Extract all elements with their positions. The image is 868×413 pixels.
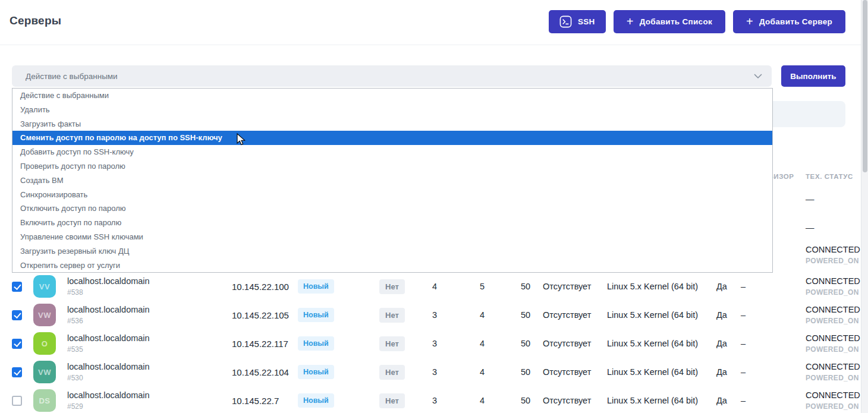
bulk-action-select[interactable]: Действие с выбранными (12, 65, 772, 87)
status-text: CONNECTED (806, 245, 860, 254)
server-name[interactable]: localhost.localdomain (67, 333, 232, 343)
status-text: CONNECTED (806, 333, 861, 343)
ssh-button-label: SSH (578, 17, 595, 26)
cell-n3: 50 (521, 339, 543, 348)
page-header: Серверы SSH + Добавить Список + Добавить (0, 0, 861, 45)
dropdown-option[interactable]: Добавить доступ по SSH-ключу (12, 145, 772, 159)
dropdown-option[interactable]: Отключить доступ по паролю (12, 201, 772, 216)
row-checkbox[interactable] (12, 339, 22, 349)
cell-n1: 3 (432, 310, 480, 320)
cell-tech-status: CONNECTED POWERED_ON (806, 362, 861, 382)
row-checkbox[interactable] (12, 282, 22, 292)
occluded-row-status: CONNECTED POWERED_ON (806, 245, 860, 265)
row-checkbox[interactable] (12, 396, 22, 406)
cell-n2: 5 (480, 282, 521, 291)
cell-n1: 3 (432, 339, 480, 348)
cell-raid: Отсутствует (543, 310, 607, 320)
occluded-row-status: — (806, 194, 814, 204)
cell-flag: Да (716, 367, 741, 377)
panel-badge: Нет (379, 336, 405, 351)
server-id: #538 (67, 288, 232, 297)
avatar: VW (33, 304, 56, 326)
dropdown-option[interactable]: Управление своими SSH ключами (12, 230, 772, 244)
cell-n2: 4 (480, 367, 521, 377)
cell-n1: 4 (432, 282, 480, 291)
header-buttons: SSH + Добавить Список + Добавить Сервер (549, 10, 845, 33)
cell-hypervisor: – (741, 282, 806, 291)
avatar: DS (33, 389, 56, 412)
status-text: CONNECTED (806, 362, 861, 371)
scrollbar-thumb[interactable] (863, 0, 867, 172)
cell-n2: 4 (480, 339, 521, 348)
add-list-button[interactable]: + Добавить Список (614, 10, 725, 33)
server-ip: 10.145.22.100 (232, 282, 298, 292)
occluded-row-status: — (806, 223, 814, 232)
cell-hypervisor: – (741, 310, 806, 320)
table-row: VV localhost.localdomain #538 10.145.22.… (0, 272, 861, 301)
state-badge: Новый (298, 336, 334, 351)
server-name[interactable]: localhost.localdomain (67, 362, 232, 372)
add-server-button[interactable]: + Добавить Сервер (733, 10, 845, 33)
dropdown-option[interactable]: Синхронизировать (12, 188, 772, 202)
dropdown-option[interactable]: Создать ВМ (12, 174, 772, 188)
dropdown-option[interactable]: Сменить доступ по паролю на доступ по SS… (12, 131, 772, 145)
cell-os: Linux 5.x Kernel (64 bit) (607, 367, 716, 377)
cell-tech-status: CONNECTED POWERED_ON (806, 390, 861, 411)
substatus-text: POWERED_ON (806, 257, 860, 265)
server-name[interactable]: localhost.localdomain (67, 276, 232, 286)
execute-button[interactable]: Выполнить (781, 65, 845, 87)
bulk-action-select-value: Действие с выбранными (26, 72, 118, 81)
table-row: VW localhost.localdomain #536 10.145.22.… (0, 301, 861, 329)
state-badge: Новый (298, 393, 334, 408)
server-name[interactable]: localhost.localdomain (67, 305, 232, 315)
cell-os: Linux 5.x Kernel (64 bit) (607, 282, 716, 291)
cell-n3: 50 (521, 310, 543, 320)
table-row: VW localhost.localdomain #530 10.145.22.… (0, 358, 861, 386)
dropdown-option[interactable]: Открепить сервер от услуги (12, 258, 772, 273)
plus-icon: + (627, 15, 634, 27)
substatus-text: POWERED_ON (806, 317, 861, 325)
server-ip: 10.145.22.117 (232, 339, 298, 349)
add-list-label: Добавить Список (640, 17, 712, 26)
server-id: #535 (67, 345, 232, 354)
row-checkbox[interactable] (12, 367, 22, 377)
state-badge: Новый (298, 365, 334, 379)
dropdown-option[interactable]: Загрузить факты (12, 117, 772, 131)
ssh-button[interactable]: SSH (549, 10, 606, 33)
server-id: #536 (67, 317, 232, 325)
substatus-text: POWERED_ON (806, 345, 861, 354)
cell-n3: 50 (521, 367, 543, 377)
dropdown-option[interactable]: Загрузить резервный ключ ДЦ (12, 244, 772, 258)
state-badge: Новый (298, 279, 334, 294)
server-ip: 10.145.22.104 (232, 367, 298, 377)
row-checkbox[interactable] (12, 310, 22, 320)
server-name[interactable]: localhost.localdomain (67, 390, 232, 401)
cell-tech-status: CONNECTED POWERED_ON (806, 333, 861, 354)
add-server-label: Добавить Сервер (759, 17, 832, 26)
avatar: VV (33, 275, 56, 298)
panel-badge: Нет (379, 365, 405, 380)
cell-n3: 50 (521, 282, 543, 291)
terminal-icon (559, 15, 572, 28)
dropdown-option[interactable]: Действие с выбранными (12, 89, 772, 103)
cell-os: Linux 5.x Kernel (64 bit) (607, 396, 716, 405)
cell-raid: Отсутствует (543, 339, 607, 348)
dropdown-option[interactable]: Проверить доступ по паролю (12, 159, 772, 174)
servers-table: VV localhost.localdomain #538 10.145.22.… (0, 272, 861, 413)
cell-flag: Да (716, 282, 741, 291)
status-text: CONNECTED (806, 305, 861, 314)
table-row: DS localhost.localdomain #529 10.145.22.… (0, 386, 861, 413)
panel-badge: Нет (379, 308, 405, 323)
cell-hypervisor: – (741, 339, 806, 348)
dropdown-option[interactable]: Включить доступ по паролю (12, 216, 772, 230)
state-badge: Новый (298, 308, 334, 322)
avatar: VW (33, 361, 56, 383)
bulk-action-dropdown: Действие с выбранными Удалить Загрузить … (12, 88, 773, 273)
dropdown-option[interactable]: Удалить (12, 103, 772, 117)
cell-n3: 50 (521, 396, 543, 405)
chevron-down-icon (754, 74, 762, 79)
cell-os: Linux 5.x Kernel (64 bit) (607, 310, 716, 320)
table-row: O localhost.localdomain #535 10.145.22.1… (0, 329, 861, 358)
cell-flag: Да (716, 310, 741, 320)
status-text: CONNECTED (806, 390, 861, 400)
